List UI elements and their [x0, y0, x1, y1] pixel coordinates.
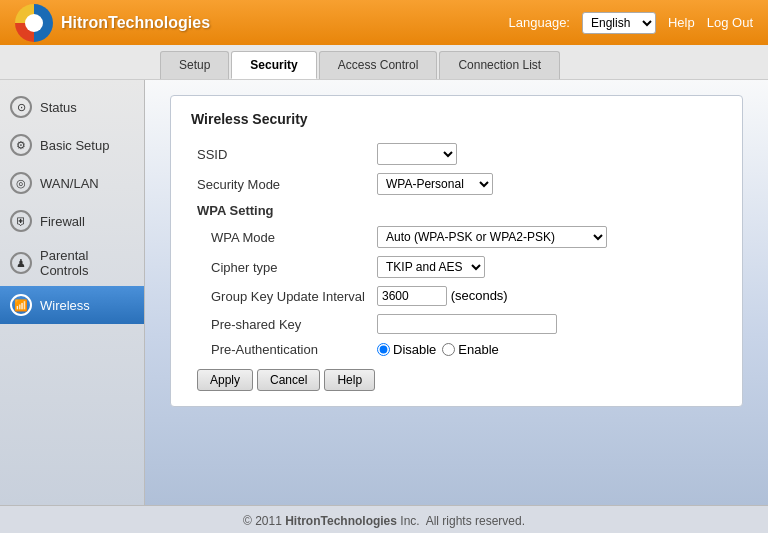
main-layout: ⊙ Status ⚙ Basic Setup ◎ WAN/LAN ⛨ Firew… [0, 80, 768, 505]
help-link[interactable]: Help [668, 15, 695, 30]
wpa-mode-cell: Auto (WPA-PSK or WPA2-PSK) WPA-PSK WPA2-… [371, 222, 722, 252]
security-mode-label: Security Mode [191, 169, 371, 199]
status-icon: ⊙ [10, 96, 32, 118]
logo-area: HitronTechnologies [15, 4, 509, 42]
preauth-disable-label: Disable [393, 342, 436, 357]
ssid-label: SSID [191, 139, 371, 169]
sidebar-label-firewall: Firewall [40, 214, 85, 229]
security-mode-cell: WPA-Personal None WEP WPA-Enterprise [371, 169, 722, 199]
group-key-label: Group Key Update Interval [191, 282, 371, 310]
footer: © 2011 HitronTechnologies Inc. All right… [0, 505, 768, 533]
section-title: Wireless Security [191, 111, 722, 127]
cipher-type-select[interactable]: TKIP and AES TKIP AES [377, 256, 485, 278]
header: HitronTechnologies Language: English Fre… [0, 0, 768, 45]
sidebar-item-basic-setup[interactable]: ⚙ Basic Setup [0, 126, 144, 164]
preauth-row: Pre-Authentication Disable Enable [191, 338, 722, 361]
preshared-key-row: Pre-shared Key [191, 310, 722, 338]
group-key-row: Group Key Update Interval (seconds) [191, 282, 722, 310]
wan-lan-icon: ◎ [10, 172, 32, 194]
form-table: SSID Security Mode WPA-Personal None WEP [191, 139, 722, 361]
cipher-type-row: Cipher type TKIP and AES TKIP AES [191, 252, 722, 282]
preauth-label: Pre-Authentication [191, 338, 371, 361]
cipher-type-label: Cipher type [191, 252, 371, 282]
wpa-setting-row: WPA Setting [191, 199, 722, 222]
sidebar-item-wan-lan[interactable]: ◎ WAN/LAN [0, 164, 144, 202]
tab-security[interactable]: Security [231, 51, 316, 79]
apply-button[interactable]: Apply [197, 369, 253, 391]
firewall-icon: ⛨ [10, 210, 32, 232]
sidebar-item-firewall[interactable]: ⛨ Firewall [0, 202, 144, 240]
group-key-cell: (seconds) [371, 282, 722, 310]
ssid-row: SSID [191, 139, 722, 169]
sidebar-item-wireless[interactable]: 📶 Wireless [0, 286, 144, 324]
preauth-enable-option[interactable]: Enable [442, 342, 498, 357]
wpa-mode-label: WPA Mode [191, 222, 371, 252]
sidebar-label-parental: Parental Controls [40, 248, 134, 278]
footer-text: © 2011 HitronTechnologies Inc. All right… [243, 514, 525, 528]
wireless-icon: 📶 [10, 294, 32, 316]
preauth-disable-radio[interactable] [377, 343, 390, 356]
group-key-unit: (seconds) [451, 288, 508, 303]
logo-inner [25, 14, 43, 32]
parental-icon: ♟ [10, 252, 32, 274]
preauth-disable-option[interactable]: Disable [377, 342, 436, 357]
preauth-cell: Disable Enable [371, 338, 722, 361]
preauth-enable-label: Enable [458, 342, 498, 357]
wpa-mode-select[interactable]: Auto (WPA-PSK or WPA2-PSK) WPA-PSK WPA2-… [377, 226, 607, 248]
preshared-key-input[interactable] [377, 314, 557, 334]
cancel-button[interactable]: Cancel [257, 369, 320, 391]
logo-icon [15, 4, 53, 42]
preshared-key-label: Pre-shared Key [191, 310, 371, 338]
content-box: Wireless Security SSID Security Mode WPA… [170, 95, 743, 407]
sidebar-label-status: Status [40, 100, 77, 115]
tab-connection-list[interactable]: Connection List [439, 51, 560, 79]
tab-access-control[interactable]: Access Control [319, 51, 438, 79]
security-mode-row: Security Mode WPA-Personal None WEP WPA-… [191, 169, 722, 199]
cipher-type-cell: TKIP and AES TKIP AES [371, 252, 722, 282]
logout-link[interactable]: Log Out [707, 15, 753, 30]
sidebar: ⊙ Status ⚙ Basic Setup ◎ WAN/LAN ⛨ Firew… [0, 80, 145, 505]
header-right: Language: English French Spanish Help Lo… [509, 12, 753, 34]
tab-setup[interactable]: Setup [160, 51, 229, 79]
ssid-value-cell [371, 139, 722, 169]
preshared-key-cell [371, 310, 722, 338]
sidebar-label-basic-setup: Basic Setup [40, 138, 109, 153]
wpa-mode-row: WPA Mode Auto (WPA-PSK or WPA2-PSK) WPA-… [191, 222, 722, 252]
nav-tabs: Setup Security Access Control Connection… [0, 45, 768, 80]
content-area: setuprouter Wireless Security SSID Secur… [145, 80, 768, 505]
group-key-input[interactable] [377, 286, 447, 306]
basic-setup-icon: ⚙ [10, 134, 32, 156]
sidebar-item-parental-controls[interactable]: ♟ Parental Controls [0, 240, 144, 286]
ssid-select[interactable] [377, 143, 457, 165]
help-button[interactable]: Help [324, 369, 375, 391]
sidebar-label-wireless: Wireless [40, 298, 90, 313]
wpa-setting-label: WPA Setting [191, 199, 371, 222]
language-select[interactable]: English French Spanish [582, 12, 656, 34]
button-row: Apply Cancel Help [191, 369, 722, 391]
brand-name: HitronTechnologies [61, 14, 210, 32]
sidebar-item-status[interactable]: ⊙ Status [0, 88, 144, 126]
sidebar-label-wan-lan: WAN/LAN [40, 176, 99, 191]
preauth-enable-radio[interactable] [442, 343, 455, 356]
security-mode-select[interactable]: WPA-Personal None WEP WPA-Enterprise [377, 173, 493, 195]
preauth-radio-group: Disable Enable [377, 342, 716, 357]
language-label: Language: [509, 15, 570, 30]
